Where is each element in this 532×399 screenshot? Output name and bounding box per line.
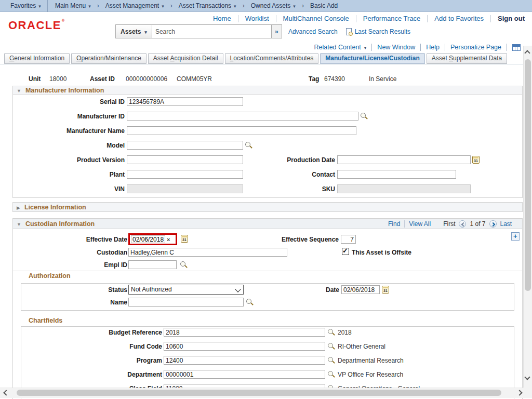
serial-id-field[interactable] xyxy=(127,97,243,106)
effective-sequence-label: Effective Sequence xyxy=(234,236,339,243)
divider xyxy=(371,44,372,51)
program-label: Program xyxy=(12,357,162,364)
expand-icon[interactable] xyxy=(17,204,20,211)
topbar-divider xyxy=(47,0,48,12)
manufacturer-section-header[interactable]: Manufacturer Information xyxy=(12,86,523,95)
search-input[interactable] xyxy=(152,24,272,38)
tab-asset-acquisition-detail[interactable]: Asset Acquisition Detail xyxy=(148,53,223,64)
breadcrumb-basic-add: Basic Add xyxy=(310,2,338,9)
empl-id-field[interactable] xyxy=(128,260,177,269)
last-link[interactable]: Last xyxy=(500,220,512,228)
plant-label: Plant xyxy=(12,171,125,178)
divider xyxy=(238,15,238,22)
first-label[interactable]: First xyxy=(443,220,455,228)
program-field[interactable] xyxy=(164,356,325,365)
personalize-page-link[interactable]: Personalize Page xyxy=(450,44,501,51)
grid-icon[interactable] xyxy=(512,44,521,51)
add-row-button[interactable] xyxy=(511,232,520,241)
model-label: Model xyxy=(12,142,125,149)
tab-operation-maintenance[interactable]: Operation/Maintenance xyxy=(71,53,147,64)
empl-id-lookup-icon[interactable] xyxy=(180,261,188,269)
license-section-header[interactable]: License Information xyxy=(12,202,523,212)
previous-row-icon[interactable] xyxy=(459,220,466,228)
scrollbar-corner xyxy=(523,388,532,398)
authorization-title: Authorization xyxy=(29,272,71,280)
production-date-field[interactable] xyxy=(337,155,471,164)
chevron-down-icon xyxy=(364,44,367,51)
production-date-calendar-icon[interactable] xyxy=(472,156,480,164)
budget-reference-lookup-icon[interactable] xyxy=(328,329,335,336)
tab-location-comments-attributes[interactable]: Location/Comments/Attributes xyxy=(225,53,319,64)
horizontal-scrollbar-thumb[interactable] xyxy=(17,390,501,396)
offsite-checkbox[interactable] xyxy=(342,248,349,255)
next-row-icon[interactable] xyxy=(489,220,497,228)
divider xyxy=(276,15,276,22)
collapse-icon[interactable] xyxy=(17,87,21,94)
budget-reference-field[interactable] xyxy=(164,328,325,337)
budget-reference-desc: 2018 xyxy=(338,329,352,336)
effective-date-highlight: × xyxy=(128,233,177,245)
breadcrumb-main-menu[interactable]: Main Menu xyxy=(55,2,91,9)
divider xyxy=(404,220,405,228)
help-link[interactable]: Help xyxy=(426,44,440,51)
divider xyxy=(427,15,428,22)
tab-general-information[interactable]: General Information xyxy=(4,53,70,64)
auth-date-field[interactable] xyxy=(341,285,380,294)
divider xyxy=(356,15,356,22)
manufacturer-name-field[interactable] xyxy=(127,126,356,135)
last-search-results-link[interactable]: Last Search Results xyxy=(355,28,410,35)
sign-out-link[interactable]: Sign out xyxy=(498,15,525,22)
status-label: Status xyxy=(12,286,127,294)
breadcrumb-asset-management[interactable]: Asset Management xyxy=(105,2,164,9)
clear-icon[interactable]: × xyxy=(167,236,170,243)
custodian-field[interactable] xyxy=(128,248,287,257)
auth-name-lookup-icon[interactable] xyxy=(246,299,254,306)
breadcrumb-owned-assets[interactable]: Owned Assets xyxy=(251,2,296,9)
find-link[interactable]: Find xyxy=(388,220,400,228)
search-category-dropdown[interactable]: Assets xyxy=(115,24,152,38)
production-date-label: Production Date xyxy=(208,156,335,164)
tab-asset-supplemental-data[interactable]: Asset Supplemental Data xyxy=(427,53,507,64)
home-link[interactable]: Home xyxy=(213,15,231,22)
fund-code-lookup-icon[interactable] xyxy=(328,343,335,350)
auth-date-calendar-icon[interactable] xyxy=(382,286,389,294)
model-lookup-icon[interactable] xyxy=(245,142,252,149)
last-search-results-icon[interactable] xyxy=(346,28,352,35)
row-position: 1 of 7 xyxy=(470,220,485,228)
favorites-menu[interactable]: Favorites xyxy=(10,2,41,9)
offsite-label: This Asset is Offsite xyxy=(352,249,411,256)
advanced-search-link[interactable]: Advanced Search xyxy=(288,28,338,35)
status-select[interactable]: Not Authorized xyxy=(128,285,244,295)
model-field[interactable] xyxy=(127,141,243,150)
collapse-icon[interactable] xyxy=(17,220,21,228)
program-lookup-icon[interactable] xyxy=(328,357,335,364)
empl-id-label: Empl ID xyxy=(12,261,127,269)
related-content-menu[interactable]: Related Content xyxy=(314,44,366,51)
department-field[interactable] xyxy=(164,370,325,379)
divider xyxy=(12,271,523,271)
worklist-link[interactable]: Worklist xyxy=(245,15,269,22)
effective-sequence-field[interactable] xyxy=(341,235,356,244)
effective-date-field[interactable] xyxy=(131,235,165,243)
performance-trace-link[interactable]: Performance Trace xyxy=(363,15,421,22)
search-submit-button[interactable]: » xyxy=(272,24,282,38)
vertical-scrollbar-thumb[interactable] xyxy=(525,59,531,291)
view-all-link[interactable]: View All xyxy=(409,220,431,228)
fund-code-field[interactable] xyxy=(164,342,325,351)
chevron-down-icon xyxy=(234,2,236,9)
custodian-section-header[interactable]: Custodian Information Find View All Firs… xyxy=(12,218,523,229)
auth-name-field[interactable] xyxy=(128,298,244,307)
department-lookup-icon[interactable] xyxy=(328,371,335,378)
sku-label: SKU xyxy=(208,185,335,193)
add-to-favorites-link[interactable]: Add to Favorites xyxy=(434,15,484,22)
breadcrumb-asset-transactions[interactable]: Asset Transactions xyxy=(179,2,236,9)
new-window-link[interactable]: New Window xyxy=(377,44,415,51)
status-selected-value: Not Authorized xyxy=(131,286,172,293)
contact-field[interactable] xyxy=(337,170,456,179)
effective-date-calendar-icon[interactable] xyxy=(181,235,188,243)
manufacturer-id-field[interactable] xyxy=(127,112,358,121)
manufacturer-id-lookup-icon[interactable] xyxy=(361,113,368,120)
multichannel-console-link[interactable]: MultiChannel Console xyxy=(283,15,349,22)
page-tabs: General Information Operation/Maintenanc… xyxy=(4,53,507,64)
tab-manufacture-license-custodian[interactable]: Manufacture/License/Custodian xyxy=(320,53,424,64)
